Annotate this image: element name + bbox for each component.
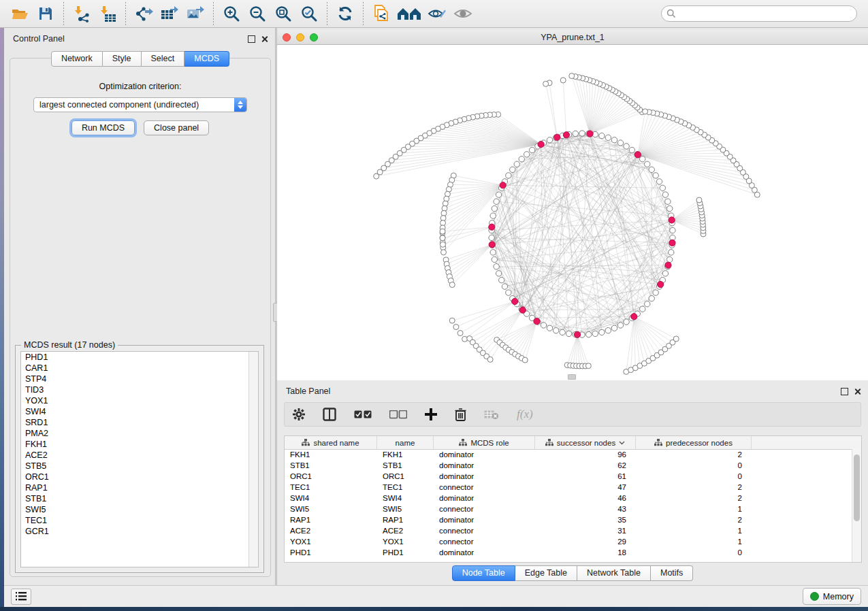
mcds-list-item[interactable]: RAP1 (21, 482, 258, 493)
clear-table-button[interactable] (484, 410, 499, 420)
mcds-list-item[interactable]: STB1 (21, 493, 258, 504)
table-row[interactable]: ACE2ACE2connector311 (285, 525, 861, 536)
open-file-button[interactable] (8, 3, 31, 24)
task-history-button[interactable] (11, 589, 31, 605)
annotations-toggle-button[interactable] (425, 3, 449, 24)
mcds-list-item[interactable]: STB5 (21, 461, 258, 472)
export-network-button[interactable] (132, 3, 155, 24)
table-cell: 35 (535, 514, 636, 525)
close-table-panel-icon[interactable] (854, 388, 861, 395)
close-panel-button[interactable]: Close panel (144, 120, 209, 135)
zoom-fit-icon (274, 5, 293, 23)
export-image-button[interactable] (184, 3, 207, 24)
table-row[interactable]: YOX1YOX1connector291 (285, 536, 861, 547)
column-header-successor-nodes[interactable]: successor nodes (535, 436, 636, 449)
run-mcds-button[interactable]: Run MCDS (71, 120, 135, 135)
zoom-in-button[interactable] (220, 3, 243, 24)
table-scrollbar[interactable] (852, 449, 861, 562)
table-row[interactable]: FKH1FKH1dominator962 (285, 449, 861, 460)
table-cell: 43 (535, 503, 636, 514)
zoom-out-button[interactable] (246, 3, 269, 24)
table-row[interactable]: TEC1TEC1connector472 (285, 482, 861, 493)
show-columns-button[interactable] (323, 408, 336, 421)
table-row[interactable]: STB1STB1dominator620 (285, 460, 861, 471)
table-row[interactable]: PHD1PHD1dominator180 (285, 547, 861, 558)
mcds-list-item[interactable]: ACE2 (21, 450, 258, 461)
graphics-details-button[interactable] (451, 3, 475, 24)
mcds-list-item[interactable]: FKH1 (21, 439, 258, 450)
mcds-list-item[interactable]: CAR1 (21, 363, 258, 374)
mcds-list-item[interactable]: SWI4 (21, 406, 258, 417)
main-toolbar (0, 0, 868, 28)
mcds-list-item[interactable]: PMA2 (21, 428, 258, 439)
delete-column-button[interactable] (455, 408, 466, 421)
mcds-list-item[interactable]: PHD1 (21, 352, 258, 363)
mcds-result-list[interactable]: PHD1CAR1STP4TID3YOX1SWI4SRD1PMA2FKH1ACE2… (20, 351, 259, 567)
mcds-list-item[interactable]: YOX1 (21, 395, 258, 406)
tab-node-table[interactable]: Node Table (452, 565, 515, 581)
zoom-fit-button[interactable] (272, 3, 295, 24)
table-cell: connector (434, 503, 535, 514)
table-settings-button[interactable] (293, 408, 305, 420)
import-network-icon (73, 5, 91, 22)
column-header-shared-name[interactable]: shared name (285, 436, 377, 449)
table-cell: 46 (535, 493, 636, 503)
mcds-list-item[interactable]: STP4 (21, 374, 258, 384)
tab-network-table[interactable]: Network Table (577, 565, 651, 581)
refresh-button[interactable] (334, 3, 357, 24)
mcds-list-item[interactable]: TEC1 (21, 515, 258, 526)
node-table-body[interactable]: FKH1FKH1dominator962STB1STB1dominator620… (285, 449, 861, 562)
column-header-predecessor-nodes[interactable]: predecessor nodes (636, 436, 752, 449)
memory-button[interactable]: Memory (803, 588, 861, 605)
table-cell: TEC1 (285, 482, 377, 493)
tab-mcds[interactable]: MCDS (184, 51, 229, 67)
import-table-button[interactable] (96, 3, 119, 24)
table-row[interactable]: RAP1RAP1dominator352 (285, 514, 861, 525)
tab-select[interactable]: Select (142, 51, 185, 67)
export-table-button[interactable] (158, 3, 181, 24)
import-network-button[interactable] (70, 3, 93, 24)
network-window: YPA_prune.txt_1 (277, 30, 868, 380)
zoom-selected-button[interactable] (298, 3, 321, 24)
horizontal-splitter-grip[interactable] (568, 374, 576, 380)
mcds-list-item[interactable]: TID3 (21, 384, 258, 395)
table-cell-filler (752, 460, 861, 471)
table-cell-filler (752, 547, 861, 558)
toolbar-separator (363, 2, 364, 25)
column-header-mcds-role[interactable]: MCDS role (434, 436, 535, 449)
tab-motifs[interactable]: Motifs (651, 565, 693, 581)
function-builder-button[interactable]: f(x) (517, 408, 533, 421)
float-panel-icon[interactable] (248, 35, 255, 43)
create-column-button[interactable] (425, 408, 437, 420)
tab-edge-table[interactable]: Edge Table (515, 565, 577, 581)
clone-network-button[interactable] (370, 3, 393, 24)
column-header-name[interactable]: name (377, 436, 434, 449)
network-graph (277, 45, 868, 380)
search-input[interactable] (661, 5, 857, 22)
table-scrollbar-thumb[interactable] (854, 455, 860, 521)
mcds-list-item[interactable]: SWI5 (21, 504, 258, 515)
close-panel-icon[interactable] (261, 35, 268, 43)
network-canvas[interactable] (277, 45, 868, 380)
table-row[interactable]: SWI4SWI4dominator462 (285, 493, 861, 503)
save-session-button[interactable] (34, 3, 57, 24)
toolbar-separator (63, 2, 64, 25)
tab-network[interactable]: Network (51, 51, 103, 67)
mcds-list-scrollbar[interactable] (248, 352, 258, 567)
table-panel-title: Table Panel (286, 386, 330, 396)
mcds-list-item[interactable]: GCR1 (21, 526, 258, 537)
float-table-panel-icon[interactable] (841, 388, 848, 395)
column-label: name (396, 439, 415, 447)
tab-style[interactable]: Style (103, 51, 142, 67)
first-neighbors-button[interactable] (396, 3, 423, 24)
table-row[interactable]: ORC1ORC1dominator610 (285, 471, 861, 482)
criterion-dropdown[interactable]: largest connected component (undirected) (33, 97, 247, 112)
select-all-button[interactable] (354, 410, 372, 419)
mcds-list-item[interactable]: SRD1 (21, 417, 258, 428)
mcds-list-item[interactable]: ORC1 (21, 472, 258, 482)
network-title: YPA_prune.txt_1 (277, 33, 868, 42)
deselect-all-button[interactable] (389, 410, 407, 419)
table-cell: 0 (636, 471, 752, 482)
table-row[interactable]: SWI5SWI5connector431 (285, 503, 861, 514)
network-titlebar[interactable]: YPA_prune.txt_1 (277, 30, 868, 45)
